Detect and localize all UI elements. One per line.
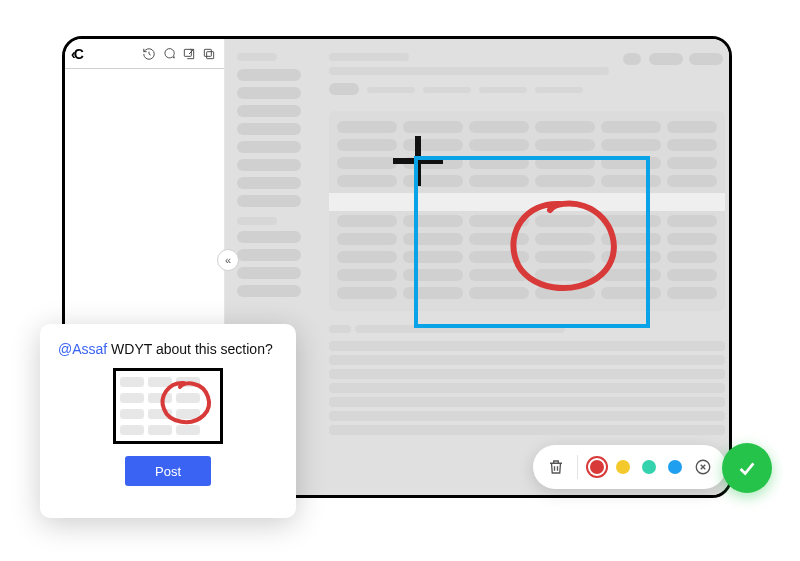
comment-body: WDYT about this section? xyxy=(107,341,272,357)
annotation-selection[interactable] xyxy=(414,156,650,328)
svg-rect-1 xyxy=(207,51,214,58)
comment-icon[interactable] xyxy=(162,47,176,61)
sidebar-actions xyxy=(142,47,216,61)
annotation-thumbnail xyxy=(113,368,223,444)
share-icon[interactable] xyxy=(182,47,196,61)
close-icon[interactable] xyxy=(694,458,712,476)
copy-icon[interactable] xyxy=(202,47,216,61)
color-swatch-yellow[interactable] xyxy=(616,460,630,474)
svg-rect-2 xyxy=(204,49,211,56)
confirm-button[interactable] xyxy=(722,443,772,493)
sidebar-collapse-button[interactable]: « xyxy=(217,249,239,271)
color-swatch-red[interactable] xyxy=(590,460,604,474)
thumbnail-scribble xyxy=(158,379,212,429)
annotation-toolbar xyxy=(533,445,726,489)
annotation-scribble xyxy=(504,196,624,302)
comment-popover: @Assaf WDYT about this section? Post xyxy=(40,324,296,518)
post-button[interactable]: Post xyxy=(125,456,211,486)
brand-logo: ‹C xyxy=(71,46,82,62)
chevron-left-icon: « xyxy=(225,254,231,266)
sidebar-header: ‹C xyxy=(65,39,224,69)
toolbar-separator xyxy=(577,455,578,479)
delete-icon[interactable] xyxy=(547,458,565,476)
color-swatch-blue[interactable] xyxy=(668,460,682,474)
comment-text: @Assaf WDYT about this section? xyxy=(58,340,278,358)
history-icon[interactable] xyxy=(142,47,156,61)
mention[interactable]: @Assaf xyxy=(58,341,107,357)
check-icon xyxy=(736,457,758,479)
color-swatch-teal[interactable] xyxy=(642,460,656,474)
